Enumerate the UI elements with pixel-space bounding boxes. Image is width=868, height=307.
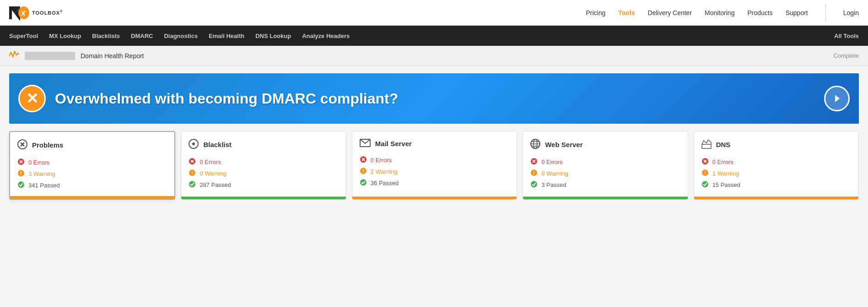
card-stat-blacklist-passed: 287 Passed xyxy=(189,181,338,189)
card-footer-dns xyxy=(694,197,858,199)
card-title-dns: DNS xyxy=(716,141,731,148)
error-icon-mailserver xyxy=(360,156,367,164)
card-header-dns: DNS xyxy=(694,132,858,154)
card-body-webserver: 0 Errors ! 0 Warning 3 Passed xyxy=(523,154,687,198)
login-link[interactable]: Login xyxy=(843,9,859,16)
sec-nav-links: SuperTool MX Lookup Blacklists DMARC Dia… xyxy=(9,27,350,45)
svg-point-14 xyxy=(18,181,24,188)
svg-point-22 xyxy=(189,181,195,187)
svg-point-40 xyxy=(531,181,537,187)
card-title-problems: Problems xyxy=(32,141,63,149)
card-header-mailserver: Mail Server xyxy=(352,132,517,152)
card-footer-blacklist xyxy=(181,197,345,199)
nav-diagnostics[interactable]: Diagnostics xyxy=(164,27,198,45)
card-footer-problems xyxy=(10,196,174,199)
dmarc-banner[interactable]: ✕ Overwhelmed with becoming DMARC compli… xyxy=(9,73,859,124)
error-icon-webserver xyxy=(530,158,538,166)
card-footer-mailserver xyxy=(352,197,517,199)
card-icon-blacklist xyxy=(189,139,199,150)
card-stat-problems-error: 0 Errors xyxy=(17,158,167,167)
svg-point-47 xyxy=(702,181,708,187)
error-label-blacklist: 0 Errors xyxy=(199,159,221,165)
passed-icon-blacklist xyxy=(189,181,196,189)
error-label-mailserver: 0 Errors xyxy=(371,157,392,164)
nav-mx-lookup[interactable]: MX Lookup xyxy=(49,27,81,45)
svg-rect-41 xyxy=(702,144,711,148)
nav-email-health[interactable]: Email Health xyxy=(209,27,244,45)
nav-blacklists[interactable]: Blacklists xyxy=(92,27,120,45)
card-stat-problems-warning: ! 3 Warning xyxy=(17,170,167,178)
nav-products[interactable]: Products xyxy=(747,9,772,16)
card-stat-blacklist-error: 0 Errors xyxy=(189,158,338,166)
card-body-dns: 0 Errors ! 1 Warning 15 Passed xyxy=(694,154,858,198)
warning-label-problems: 3 Warning xyxy=(28,170,55,177)
nav-delivery-center[interactable]: Delivery Center xyxy=(648,9,692,16)
error-icon-problems xyxy=(17,158,25,167)
warning-icon-mailserver: ! xyxy=(360,167,367,176)
passed-icon-webserver xyxy=(530,181,538,189)
nav-divider xyxy=(825,5,826,21)
passed-icon-problems xyxy=(17,181,25,190)
banner-text: Overwhelmed with becoming DMARC complian… xyxy=(55,90,824,107)
passed-label-mailserver: 36 Passed xyxy=(371,180,399,186)
error-label-webserver: 0 Errors xyxy=(541,159,562,165)
nav-pricing[interactable]: Pricing xyxy=(586,9,605,16)
nav-monitoring[interactable]: Monitoring xyxy=(705,9,734,16)
card-stat-mailserver-warning: ! 2 Warning xyxy=(360,167,509,176)
nav-dmarc[interactable]: DMARC xyxy=(131,27,153,45)
logo-text: TOOLBOX® xyxy=(32,10,63,16)
activity-icon xyxy=(9,50,19,61)
warning-label-blacklist: 0 Warning xyxy=(199,170,226,177)
card-icon-mailserver xyxy=(360,139,371,148)
card-problems[interactable]: Problems 0 Errors ! 3 Warning 341 Passed xyxy=(9,131,175,200)
warning-icon-problems: ! xyxy=(17,170,25,178)
card-stat-dns-passed: 15 Passed xyxy=(701,181,851,189)
svg-text:!: ! xyxy=(704,170,706,175)
svg-point-29 xyxy=(360,179,367,186)
report-title: Domain Health Report xyxy=(81,52,144,60)
card-mailserver[interactable]: Mail Server 0 Errors ! 2 Warning 36 Pass… xyxy=(352,131,517,200)
all-tools-link[interactable]: All Tools xyxy=(834,32,859,39)
warning-icon-dns: ! xyxy=(701,169,709,178)
svg-text:!: ! xyxy=(533,170,535,175)
nav-support[interactable]: Support xyxy=(786,9,808,16)
cards-area: Problems 0 Errors ! 3 Warning 341 Passed… xyxy=(0,131,868,209)
top-navigation: x TOOLBOX® Pricing Tools Delivery Center… xyxy=(0,0,868,26)
passed-label-blacklist: 287 Passed xyxy=(199,181,231,188)
card-stat-dns-error: 0 Errors xyxy=(701,158,851,166)
svg-text:!: ! xyxy=(20,170,22,176)
card-title-blacklist: Blacklist xyxy=(203,141,232,148)
card-stat-webserver-error: 0 Errors xyxy=(530,158,680,166)
card-header-problems: Problems xyxy=(10,132,174,154)
secondary-navigation: SuperTool MX Lookup Blacklists DMARC Dia… xyxy=(0,26,868,46)
error-icon-blacklist xyxy=(189,158,196,166)
card-stat-mailserver-passed: 36 Passed xyxy=(360,179,509,187)
complete-status: Complete xyxy=(833,52,859,59)
nav-analyze-headers[interactable]: Analyze Headers xyxy=(302,27,350,45)
logo[interactable]: x TOOLBOX® xyxy=(9,5,63,21)
card-blacklist[interactable]: Blacklist 0 Errors ! 0 Warning 287 Passe… xyxy=(181,131,346,200)
card-body-blacklist: 0 Errors ! 0 Warning 287 Passed xyxy=(181,154,345,198)
banner-x-icon: ✕ xyxy=(18,85,46,112)
banner-arrow-button[interactable] xyxy=(824,86,850,111)
logo-icon: x xyxy=(9,5,31,21)
card-icon-webserver xyxy=(530,139,540,150)
warning-icon-webserver: ! xyxy=(530,169,538,178)
report-bar: Domain Health Report Complete xyxy=(0,46,868,66)
nav-supertool[interactable]: SuperTool xyxy=(9,27,38,45)
svg-text:x: x xyxy=(21,8,26,17)
passed-icon-dns xyxy=(701,181,709,189)
svg-marker-5 xyxy=(835,95,840,102)
passed-label-problems: 341 Passed xyxy=(28,182,60,189)
passed-label-dns: 15 Passed xyxy=(712,181,740,188)
card-icon-problems xyxy=(17,139,27,151)
card-title-webserver: Web Server xyxy=(545,141,582,148)
card-stat-dns-warning: ! 1 Warning xyxy=(701,169,851,178)
card-body-mailserver: 0 Errors ! 2 Warning 36 Passed xyxy=(352,152,517,197)
card-webserver[interactable]: Web Server 0 Errors ! 0 Warning 3 Passed xyxy=(523,131,688,200)
card-title-mailserver: Mail Server xyxy=(375,140,412,148)
card-dns[interactable]: DNS 0 Errors ! 1 Warning 15 Passed xyxy=(694,131,859,200)
warning-label-dns: 1 Warning xyxy=(712,170,739,177)
nav-tools[interactable]: Tools xyxy=(618,9,635,16)
nav-dns-lookup[interactable]: DNS Lookup xyxy=(255,27,291,45)
